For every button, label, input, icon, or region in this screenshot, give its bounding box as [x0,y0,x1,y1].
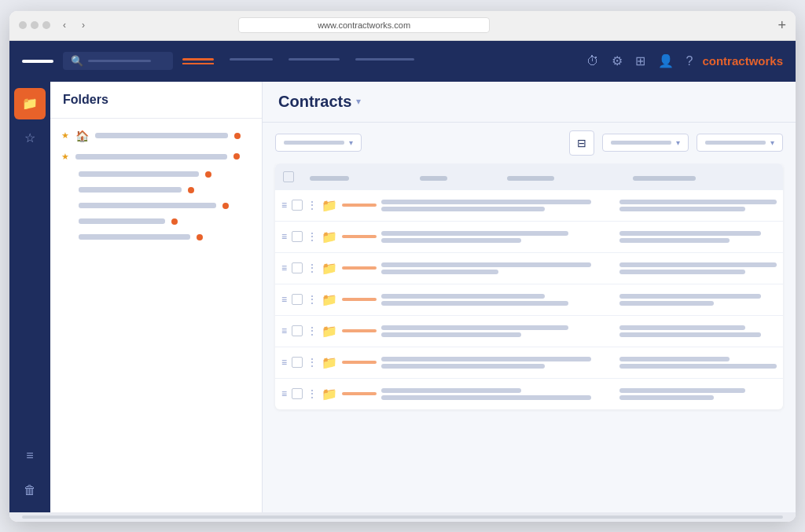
table-row: ≡ ⋮ 📁 [275,284,783,315]
sidebar-icon-list[interactable]: ≡ [14,440,46,471]
row-more-icon[interactable]: ⋮ [307,262,317,273]
row-checkbox[interactable] [292,200,303,211]
folder-item-7[interactable] [50,229,262,245]
row-more-icon[interactable]: ⋮ [307,357,317,368]
folder-item-1[interactable]: ★ 🏠 [50,125,262,147]
sort-dropdown[interactable]: ▾ [602,134,689,152]
row-lines-icon[interactable]: ≡ [281,231,287,242]
folder-dot-6 [171,218,178,225]
table-row: ≡ ⋮ 📁 [275,221,783,252]
user-icon[interactable]: 👤 [658,53,674,68]
nav-tab-1[interactable] [182,58,214,64]
row-text-col [381,294,615,306]
grid-icon[interactable]: ⊞ [635,53,645,68]
row-folder-icon: 📁 [322,387,337,402]
group-chevron-icon: ▾ [770,138,774,147]
folder-text-1 [95,133,228,138]
nav-tab-2[interactable] [230,58,273,64]
search-icon: 🔍 [71,55,83,67]
maximize-dot [42,21,50,29]
folder-item-4[interactable] [50,182,262,198]
group-dropdown[interactable]: ▾ [697,134,783,152]
folder-text-5 [79,203,216,208]
row-inner: ≡ ⋮ 📁 [275,347,783,378]
trash-icon: 🗑 [24,483,36,497]
row-inner: ≡ ⋮ 📁 [275,379,783,409]
scrollbar-track [22,515,783,519]
folders-list: ★ 🏠 ★ [50,119,262,512]
sidebar-icon-trash[interactable]: 🗑 [14,475,46,506]
table-row: ≡ ⋮ 📁 [275,378,783,409]
url-bar[interactable]: www.contractworks.com [238,17,490,33]
nav-tab-underline-1 [182,63,214,64]
close-dot [19,21,27,29]
row-lines-icon[interactable]: ≡ [281,357,287,368]
nav-icons: ⏱ ⚙ ⊞ 👤 ? [586,53,693,68]
row-status-pill [342,266,377,270]
row-checkbox[interactable] [292,294,303,305]
clock-icon[interactable]: ⏱ [586,54,599,68]
table-cell: ≡ ⋮ 📁 [275,252,783,284]
new-tab-button[interactable]: + [777,17,786,34]
header-checkbox[interactable] [283,171,294,182]
row-name-bar [381,357,591,361]
row-lines-icon[interactable]: ≡ [281,325,287,336]
folder-text-2 [75,154,227,160]
row-checkbox[interactable] [292,262,303,273]
folder-item-5[interactable] [50,198,262,214]
row-lines-icon[interactable]: ≡ [281,388,287,399]
sidebar-icon-folder[interactable]: 📁 [14,88,46,119]
brand-logo: contractworks [702,54,783,68]
row-more-icon[interactable]: ⋮ [307,325,317,336]
row-extra-bar-2 [619,238,730,243]
row-inner: ≡ ⋮ 📁 [275,316,783,347]
row-lines-icon[interactable]: ≡ [281,262,287,273]
row-folder-icon: 📁 [322,198,337,213]
back-button[interactable]: ‹ [57,17,72,33]
nav-search[interactable]: 🔍 [63,52,173,70]
contracts-header: Contracts ▾ [263,82,796,123]
row-sub-bar [381,364,545,369]
row-name-bar [381,262,591,267]
browser-nav[interactable]: ‹ › [57,17,91,33]
row-checkbox[interactable] [292,231,303,242]
row-more-icon[interactable]: ⋮ [307,231,317,242]
row-more-icon[interactable]: ⋮ [307,388,317,399]
top-nav: 🔍 [9,41,796,82]
help-icon[interactable]: ? [686,54,693,68]
nav-tab-4[interactable] [355,58,414,64]
folder-text-4 [79,187,182,193]
row-extra-bar-1 [619,357,730,361]
folder-item-2[interactable]: ★ [50,147,262,167]
view-toggle-button[interactable]: ⊟ [569,130,594,156]
row-text-col [381,262,615,274]
folder-item-6[interactable] [50,214,262,229]
row-more-icon[interactable]: ⋮ [307,200,317,211]
row-checkbox[interactable] [292,325,303,336]
row-sub-bar [381,238,521,243]
row-checkbox[interactable] [292,357,303,368]
filter-dropdown[interactable]: ▾ [275,134,362,152]
folder-star-1: ★ [61,130,69,141]
row-checkbox[interactable] [292,388,303,399]
row-lines-icon[interactable]: ≡ [281,200,287,211]
nav-tab-3[interactable] [289,58,340,64]
folder-text-6 [79,218,165,224]
row-name-bar [381,200,591,204]
table-cell: ≡ ⋮ 📁 [275,190,783,222]
nav-tab-underline-2 [230,63,273,64]
settings-icon[interactable]: ⚙ [612,53,623,68]
row-lines-icon[interactable]: ≡ [281,294,287,305]
row-more-icon[interactable]: ⋮ [307,294,317,305]
nav-tab-underline-4 [355,63,414,64]
folder-item-3[interactable] [50,167,262,182]
row-extra-col [619,200,777,211]
folder-dot-7 [197,234,203,240]
forward-button[interactable]: › [75,17,91,33]
nav-tab-bar-4 [355,58,414,61]
folder-text-3 [79,171,199,177]
table-cell: ≡ ⋮ 📁 [275,284,783,315]
contracts-toolbar: ▾ ⊟ ▾ ▾ [263,123,796,163]
row-extra-bar-2 [619,301,714,306]
sidebar-icon-star[interactable]: ☆ [14,123,46,154]
